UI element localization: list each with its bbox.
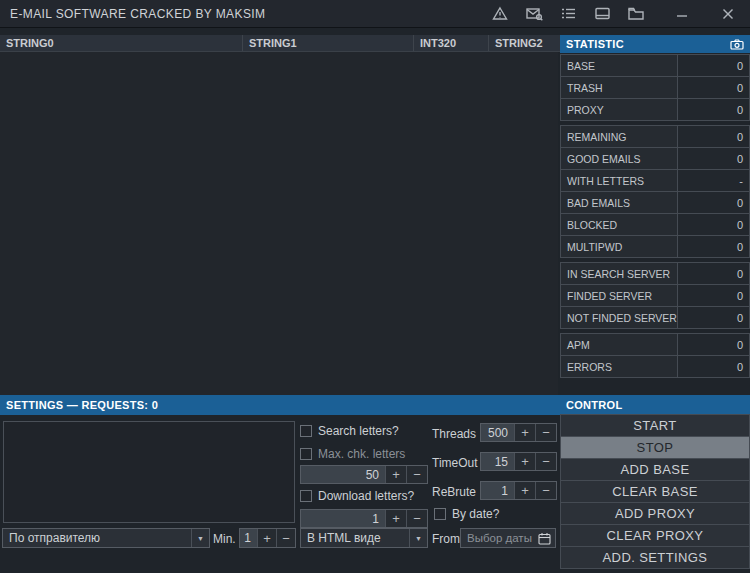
statistic-panel: STATISTIC BASE0 TRASH0 PROXY0 REMAINING0… — [560, 35, 750, 378]
plus-icon[interactable]: + — [385, 510, 406, 527]
sender-select-value: По отправителю — [3, 529, 191, 547]
stat-row-proxy: PROXY0 — [560, 98, 750, 121]
camera-icon[interactable] — [730, 39, 744, 50]
sender-select[interactable]: По отправителю ▼ — [2, 528, 210, 548]
settings-section: SETTINGS — REQUESTS: 0 Search letters? M… — [0, 395, 560, 573]
download-letters-stepper: 1 + − — [300, 509, 428, 528]
min-label: Min. — [213, 532, 236, 546]
rebrute-label: ReBrute — [432, 485, 476, 499]
minus-icon[interactable]: − — [406, 510, 427, 527]
chevron-down-icon: ▼ — [191, 529, 209, 547]
results-table-header: STRING0 STRING1 INT320 STRING2 — [0, 35, 560, 52]
stat-row-bad-emails: BAD EMAILS0 — [560, 191, 750, 214]
rebrute-value[interactable]: 1 — [481, 482, 514, 499]
min-stepper: 1 + − — [239, 528, 296, 548]
stat-row-not-finded-server: NOT FINDED SERVER0 — [560, 306, 750, 329]
stat-row-trash: TRASH0 — [560, 76, 750, 99]
stat-row-good-emails: GOOD EMAILS0 — [560, 147, 750, 170]
checkbox-box — [300, 490, 312, 502]
html-view-select-value: В HTML виде — [301, 529, 409, 547]
folder-icon[interactable] — [624, 3, 648, 25]
mail-search-icon[interactable] — [522, 3, 546, 25]
stat-row-errors: ERRORS0 — [560, 355, 750, 378]
plus-icon[interactable]: + — [514, 424, 535, 441]
add-base-button[interactable]: ADD BASE — [560, 458, 750, 481]
start-button[interactable]: START — [560, 414, 750, 437]
add-proxy-button[interactable]: ADD PROXY — [560, 502, 750, 525]
clear-proxy-button[interactable]: CLEAR PROXY — [560, 524, 750, 547]
download-letters-checkbox[interactable]: Download letters? — [300, 489, 414, 503]
stat-row-remaining: REMAINING0 — [560, 125, 750, 148]
app-window: E-MAIL SOFTWARE CRACKED BY MAKSIM — [0, 0, 750, 573]
stat-row-blocked: BLOCKED0 — [560, 213, 750, 236]
column-header-int320[interactable]: INT320 — [414, 35, 489, 51]
minus-icon[interactable]: − — [535, 424, 556, 441]
stop-button[interactable]: STOP — [560, 436, 750, 459]
download-letters-label: Download letters? — [318, 489, 414, 503]
plus-icon[interactable]: + — [514, 453, 535, 470]
minus-icon[interactable]: − — [535, 482, 556, 499]
threads-label: Threads — [432, 427, 476, 441]
settings-header: SETTINGS — REQUESTS: 0 — [0, 395, 560, 415]
control-header-label: CONTROL — [566, 399, 622, 411]
results-table-body — [0, 52, 558, 395]
list-icon[interactable] — [556, 3, 580, 25]
by-date-checkbox[interactable]: By date? — [434, 507, 499, 521]
max-chk-letters-value[interactable]: 50 — [301, 466, 385, 483]
window-tray-icon[interactable] — [590, 3, 614, 25]
max-chk-letters-stepper: 50 + − — [300, 465, 428, 484]
checkbox-box — [300, 425, 312, 437]
statistic-header-label: STATISTIC — [566, 38, 624, 50]
column-header-string0[interactable]: STRING0 — [0, 35, 243, 51]
plus-icon[interactable]: + — [257, 529, 276, 547]
download-letters-value[interactable]: 1 — [301, 510, 385, 527]
stat-row-apm: APM0 — [560, 333, 750, 356]
column-header-string2[interactable]: STRING2 — [489, 35, 560, 51]
window-title: E-MAIL SOFTWARE CRACKED BY MAKSIM — [10, 7, 265, 21]
column-header-string1[interactable]: STRING1 — [243, 35, 414, 51]
by-date-label: By date? — [452, 507, 499, 521]
stat-row-base: BASE0 — [560, 54, 750, 77]
chevron-down-icon: ▼ — [409, 529, 427, 547]
plus-icon[interactable]: + — [514, 482, 535, 499]
control-panel: CONTROL START STOP ADD BASE CLEAR BASE A… — [560, 395, 750, 573]
timeout-stepper: 15 + − — [480, 452, 557, 471]
stat-row-finded-server: FINDED SERVER0 — [560, 284, 750, 307]
clear-base-button[interactable]: CLEAR BASE — [560, 480, 750, 503]
minimize-icon[interactable] — [670, 3, 694, 25]
timeout-value[interactable]: 15 — [481, 453, 514, 470]
checkbox-box — [300, 448, 312, 460]
search-letters-label: Search letters? — [318, 424, 399, 438]
max-chk-letters-label: Max. chk. letters — [318, 447, 405, 461]
warning-icon[interactable] — [488, 3, 512, 25]
rebrute-stepper: 1 + − — [480, 481, 557, 500]
settings-header-label: SETTINGS — REQUESTS: 0 — [6, 399, 158, 411]
close-icon[interactable] — [716, 3, 740, 25]
statistic-header: STATISTIC — [560, 35, 750, 53]
max-chk-letters-checkbox[interactable]: Max. chk. letters — [300, 447, 405, 461]
statistic-rows: BASE0 TRASH0 PROXY0 REMAINING0 GOOD EMAI… — [560, 54, 750, 378]
minus-icon[interactable]: − — [535, 453, 556, 470]
letters-list-box[interactable] — [3, 421, 295, 523]
timeout-label: TimeOut — [432, 456, 478, 470]
search-letters-checkbox[interactable]: Search letters? — [300, 424, 399, 438]
threads-value[interactable]: 500 — [481, 424, 514, 441]
calendar-icon — [538, 532, 551, 545]
min-value[interactable]: 1 — [240, 529, 257, 547]
html-view-select[interactable]: В HTML виде ▼ — [300, 528, 428, 548]
stat-row-in-search-server: IN SEARCH SERVER0 — [560, 262, 750, 285]
minus-icon[interactable]: − — [276, 529, 295, 547]
titlebar: E-MAIL SOFTWARE CRACKED BY MAKSIM — [0, 0, 750, 28]
from-date-picker[interactable]: Выбор даты — [460, 528, 556, 548]
settings-body: Search letters? Max. chk. letters 50 + −… — [0, 415, 560, 573]
from-date-placeholder: Выбор даты — [467, 532, 538, 544]
stat-row-multipwd: MULTIPWD0 — [560, 235, 750, 258]
titlebar-icons — [478, 3, 740, 25]
plus-icon[interactable]: + — [385, 466, 406, 483]
add-settings-button[interactable]: ADD. SETTINGS — [560, 546, 750, 569]
checkbox-box — [434, 508, 446, 520]
from-label: From — [432, 532, 460, 546]
threads-stepper: 500 + − — [480, 423, 557, 442]
minus-icon[interactable]: − — [406, 466, 427, 483]
control-header: CONTROL — [560, 395, 750, 415]
